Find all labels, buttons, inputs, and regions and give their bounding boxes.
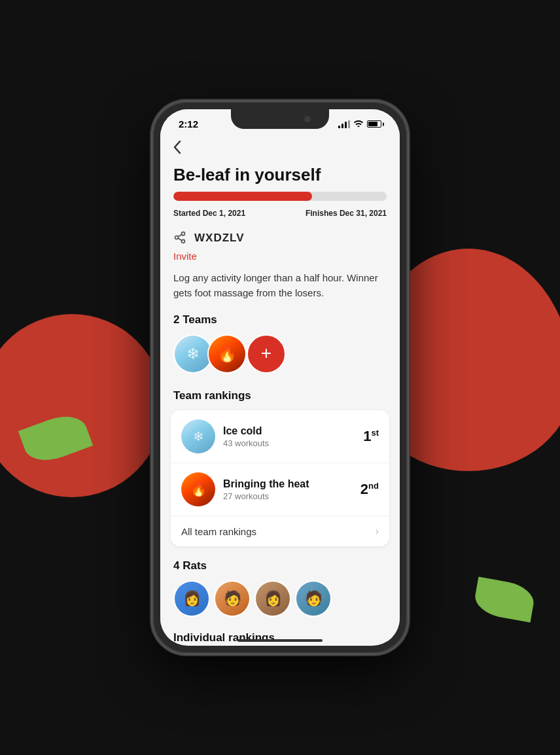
dates-row: Started Dec 1, 2021 Finishes Dec 31, 202… bbox=[160, 206, 400, 227]
camera bbox=[304, 116, 311, 122]
svg-line-4 bbox=[178, 235, 182, 237]
team-workouts-fire: 27 workouts bbox=[223, 491, 353, 501]
team-info-fire: Bringing the heat 27 workouts bbox=[223, 478, 353, 501]
team-rankings-header: Team rankings bbox=[160, 387, 400, 410]
back-button[interactable] bbox=[160, 133, 400, 161]
team-avatar-fire-rank: 🔥 bbox=[181, 472, 215, 506]
team-name-ice: Ice cold bbox=[223, 425, 355, 437]
scene: 2:12 bbox=[0, 0, 560, 755]
status-icons bbox=[338, 119, 381, 129]
team-ranking-row-1[interactable]: ❄ Ice cold 43 workouts 1st bbox=[171, 410, 389, 463]
share-icon bbox=[173, 231, 188, 245]
progress-track bbox=[173, 192, 387, 201]
phone-screen: 2:12 bbox=[160, 109, 400, 646]
fire-rank-symbol: 🔥 bbox=[190, 482, 207, 497]
screen-content[interactable]: Be-leaf in yourself Started Dec 1, 2021 … bbox=[160, 133, 400, 641]
rat-avatar-2[interactable]: 🧑 bbox=[214, 580, 251, 617]
all-rankings-label: All team rankings bbox=[181, 526, 256, 537]
team-name-fire: Bringing the heat bbox=[223, 478, 353, 490]
chevron-right-icon: › bbox=[376, 525, 379, 537]
all-rankings-row[interactable]: All team rankings › bbox=[171, 516, 389, 546]
teams-section-header: 2 Teams bbox=[160, 311, 400, 334]
wifi-icon bbox=[353, 119, 364, 129]
add-icon: + bbox=[261, 344, 271, 362]
rat-avatar-3[interactable]: 👩 bbox=[254, 580, 291, 617]
ice-rank-symbol: ❄ bbox=[193, 429, 204, 444]
invite-link[interactable]: Invite bbox=[160, 248, 400, 271]
ice-symbol: ❄ bbox=[186, 345, 200, 363]
home-indicator bbox=[237, 639, 323, 642]
progress-fill bbox=[173, 192, 312, 201]
signal-icon bbox=[338, 120, 350, 128]
team-rank-2: 2nd bbox=[360, 481, 379, 498]
add-team-button[interactable]: + bbox=[247, 334, 286, 374]
team-rank-1: 1st bbox=[363, 428, 379, 445]
rats-section-header: 4 Rats bbox=[160, 549, 400, 580]
code-text: WXDZLV bbox=[194, 232, 245, 245]
progress-container bbox=[160, 192, 400, 206]
leaf-green-right bbox=[472, 577, 536, 623]
team-avatar-ice[interactable]: ❄ bbox=[173, 334, 213, 374]
team-workouts-ice: 43 workouts bbox=[223, 438, 355, 448]
page-title: Be-leaf in yourself bbox=[160, 161, 400, 192]
description: Log any activity longer than a half hour… bbox=[160, 271, 400, 311]
status-time: 2:12 bbox=[179, 118, 198, 130]
fire-symbol: 🔥 bbox=[217, 345, 237, 363]
started-date: Started Dec 1, 2021 bbox=[173, 209, 245, 218]
team-ranking-row-2[interactable]: 🔥 Bringing the heat 27 workouts 2nd bbox=[171, 463, 389, 516]
rat-avatar-1[interactable]: 👩 bbox=[173, 580, 210, 617]
battery-icon bbox=[367, 120, 381, 128]
rats-row: 👩 🧑 👩 🧑 bbox=[160, 580, 400, 629]
teams-row: ❄ 🔥 + bbox=[160, 334, 400, 387]
phone-shell: 2:12 bbox=[152, 101, 408, 654]
code-row: WXDZLV bbox=[160, 227, 400, 248]
svg-line-3 bbox=[178, 238, 182, 240]
finishes-date: Finishes Dec 31, 2021 bbox=[306, 209, 387, 218]
team-info-ice: Ice cold 43 workouts bbox=[223, 425, 355, 448]
notch bbox=[231, 109, 329, 129]
team-avatar-ice-rank: ❄ bbox=[181, 419, 215, 453]
rat-avatar-4[interactable]: 🧑 bbox=[295, 580, 332, 617]
team-avatar-fire[interactable]: 🔥 bbox=[207, 334, 247, 374]
team-rankings-card: ❄ Ice cold 43 workouts 1st bbox=[171, 410, 389, 546]
